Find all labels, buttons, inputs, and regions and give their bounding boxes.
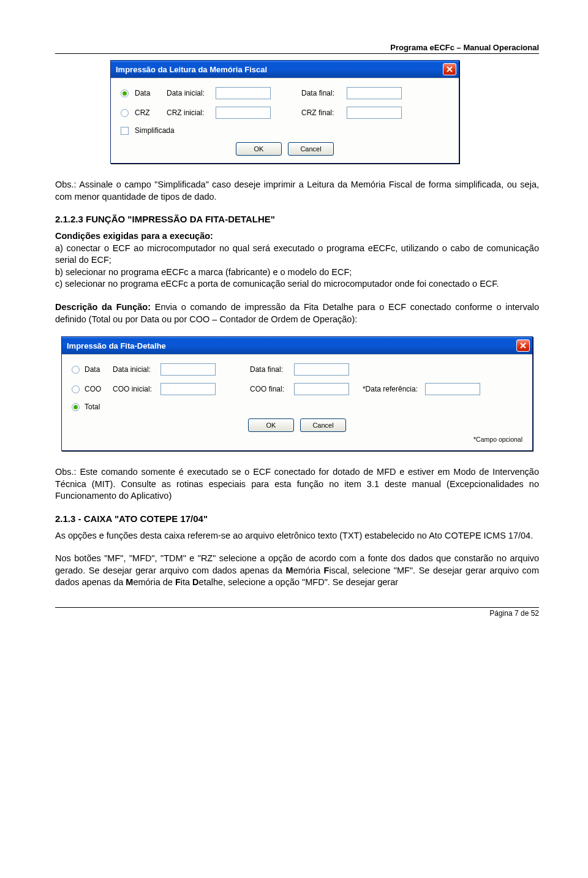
label-data-inicial: Data inicial: [113, 365, 156, 374]
bold-F: F [175, 577, 181, 587]
paragraph-obs1: Obs.: Assinale o campo "Simplificada" ca… [55, 179, 539, 203]
label-data-inicial: Data inicial: [167, 89, 209, 97]
radio-coo-label: COO [85, 385, 108, 393]
paragraph-obs2: Obs.: Este comando somente é executado s… [55, 466, 539, 502]
input-data-inicial[interactable] [160, 363, 216, 376]
label-coo-final: COO final: [250, 385, 289, 393]
label-data-final: Data final: [250, 365, 289, 374]
input-crz-inicial[interactable] [216, 107, 271, 119]
paragraph-cotepe2: Nos botões "MF", "MFD", "TDM" e "RZ" sel… [55, 553, 539, 589]
header-title: Programa eECFc – Manual Operacional [55, 43, 539, 54]
section-heading-21-23: 2.1.2.3 FUNÇÃO "IMPRESSÃO DA FITA-DETALH… [55, 214, 539, 224]
radio-data-label: Data [85, 365, 108, 374]
ok-button[interactable]: OK [248, 418, 294, 432]
input-data-referencia[interactable] [425, 383, 480, 395]
cancel-button[interactable]: Cancel [300, 418, 346, 432]
checkbox-simplificada[interactable] [121, 127, 129, 135]
label-data-final: Data final: [301, 89, 341, 97]
paragraph-condicoes-body: a) conectar o ECF ao microcomputador no … [55, 243, 541, 289]
radio-crz-label: CRZ [135, 108, 160, 117]
titlebar[interactable]: Impressão da Fita-Detalhe [62, 337, 532, 354]
radio-total[interactable] [72, 403, 80, 411]
dialog-impressao-fita-detalhe: Impressão da Fita-Detalhe Data Data inic… [61, 336, 533, 451]
titlebar-text: Impressão da Fita-Detalhe [67, 341, 166, 350]
input-data-final[interactable] [347, 87, 402, 99]
close-icon[interactable] [516, 339, 530, 352]
bold-M: M [286, 566, 293, 575]
ok-button[interactable]: OK [236, 142, 282, 156]
label-crz-final: CRZ final: [301, 108, 341, 117]
paragraph-cotepe1: As opções e funções desta caixa referem-… [55, 530, 539, 542]
close-icon[interactable] [443, 63, 456, 75]
bold-M: M [126, 577, 133, 587]
radio-total-label: Total [85, 403, 108, 411]
label-crz-inicial: CRZ inicial: [167, 108, 209, 117]
radio-data[interactable] [121, 89, 129, 97]
text-segment: ita [181, 577, 192, 587]
input-data-inicial[interactable] [216, 87, 271, 99]
run-in-descricao: Descrição da Função: [55, 302, 151, 312]
bold-D: D [192, 577, 198, 587]
radio-coo[interactable] [72, 385, 80, 393]
radio-data[interactable] [72, 366, 80, 374]
input-coo-inicial[interactable] [160, 383, 216, 395]
dialog-leitura-memoria-fiscal: Impressão da Leitura da Memória Fiscal D… [110, 60, 459, 164]
checkbox-simplificada-label: Simplificada [135, 126, 175, 135]
page-footer: Página 7 de 52 [55, 607, 539, 618]
input-crz-final[interactable] [347, 107, 402, 119]
text-segment: emória [293, 566, 324, 575]
radio-crz[interactable] [121, 109, 129, 117]
run-in-label: Condições exigidas para a execução: [55, 231, 213, 241]
titlebar-text: Impressão da Leitura da Memória Fiscal [116, 65, 267, 74]
paragraph-condicoes: Condições exigidas para a execução: a) c… [55, 230, 539, 290]
text-segment: emória de [133, 577, 175, 587]
paragraph-descricao: Descrição da Função: Envia o comando de … [55, 301, 539, 325]
input-data-final[interactable] [294, 363, 349, 376]
label-data-referencia: *Data referência: [354, 385, 420, 393]
label-coo-inicial: COO inicial: [113, 385, 156, 393]
input-coo-final[interactable] [294, 383, 349, 395]
text-segment: etalhe, selecione a opção "MFD". Se dese… [199, 577, 398, 587]
radio-data-label: Data [135, 89, 160, 97]
optional-note: *Campo opcional [72, 436, 522, 443]
section-heading-21-3: 2.1.3 - CAIXA "ATO COTEPE 17/04" [55, 513, 539, 524]
titlebar[interactable]: Impressão da Leitura da Memória Fiscal [111, 61, 459, 78]
cancel-button[interactable]: Cancel [288, 142, 334, 156]
